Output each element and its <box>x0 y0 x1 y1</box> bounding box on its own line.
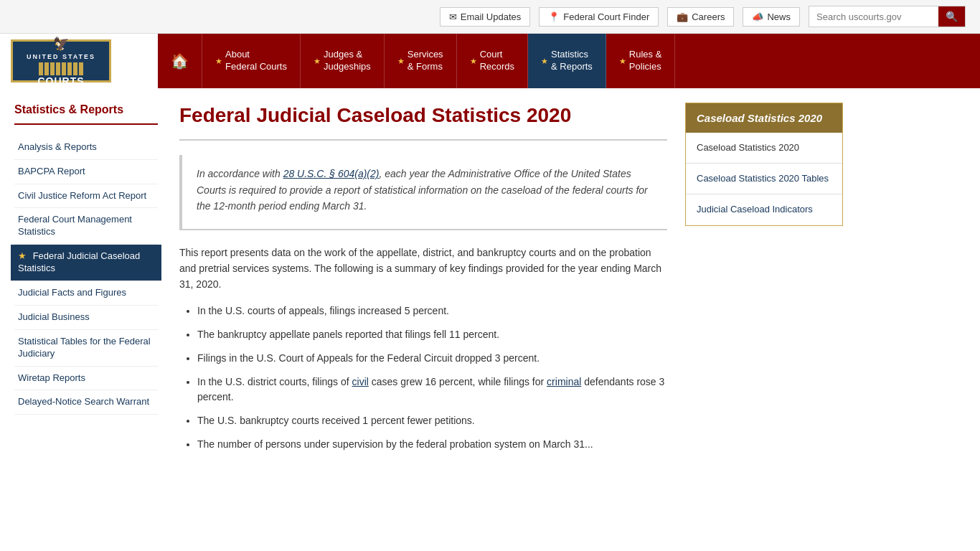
right-panel-item-caseload[interactable]: Caseload Statistics 2020 <box>686 133 842 164</box>
top-bar: ✉ Email Updates 📍 Federal Court Finder 💼… <box>0 0 980 34</box>
list-item: The bankruptcy appellate panels reported… <box>197 327 667 342</box>
nav-statistics[interactable]: ★ Statistics & Reports <box>528 34 606 88</box>
site-logo[interactable]: 🦅 UNITED STATES COURTS <box>11 39 111 83</box>
megaphone-icon: 📣 <box>752 11 763 22</box>
briefcase-icon: 💼 <box>677 11 688 22</box>
email-icon: ✉ <box>449 11 457 22</box>
usc-link[interactable]: 28 U.S.C. § 604(a)(2) <box>283 168 380 179</box>
sidebar-item-delayed-notice[interactable]: Delayed-Notice Search Warrant <box>14 390 158 415</box>
sidebar-item-federal-court-mgmt[interactable]: Federal Court Management Statistics <box>14 208 158 245</box>
sidebar-title: Statistics & Reports <box>14 103 158 125</box>
news-button[interactable]: 📣 News <box>743 7 800 27</box>
sidebar-item-federal-judicial[interactable]: ★ Federal Judicial Caseload Statistics <box>11 245 161 281</box>
nav-rules[interactable]: ★ Rules & Policies <box>606 34 676 88</box>
location-icon: 📍 <box>548 11 560 22</box>
quote-block: In accordance with 28 U.S.C. § 604(a)(2)… <box>179 155 667 230</box>
search-container: 🔍 <box>809 6 966 27</box>
nav-services[interactable]: ★ Services & Forms <box>385 34 457 88</box>
sidebar-item-judicial-facts[interactable]: Judicial Facts and Figures <box>14 281 158 306</box>
star-icon: ★ <box>215 56 222 66</box>
email-updates-button[interactable]: ✉ Email Updates <box>440 7 531 27</box>
main-nav: 🏠 ★ About Federal Courts ★ Judges & Judg… <box>158 34 980 88</box>
judicial-indicators-link[interactable]: Judicial Caseload Indicators <box>697 204 813 215</box>
federal-court-finder-button[interactable]: 📍 Federal Court Finder <box>539 7 659 27</box>
active-star-icon: ★ <box>18 250 29 261</box>
sidebar-item-judicial-business[interactable]: Judicial Business <box>14 306 158 330</box>
right-sidebar: Caseload Statistics 2020 Caseload Statis… <box>685 103 843 461</box>
sidebar-item-analysis[interactable]: Analysis & Reports <box>14 136 158 160</box>
sidebar: Statistics & Reports Analysis & Reports … <box>14 103 158 461</box>
nav-home-button[interactable]: 🏠 <box>158 34 202 88</box>
star-icon: ★ <box>470 56 477 66</box>
main-container: Statistics & Reports Analysis & Reports … <box>0 88 980 475</box>
search-input[interactable] <box>809 8 938 26</box>
star-icon: ★ <box>314 56 321 66</box>
star-icon: ★ <box>541 56 548 66</box>
right-panel: Caseload Statistics 2020 Caseload Statis… <box>685 103 843 226</box>
sidebar-item-statistical-tables[interactable]: Statistical Tables for the Federal Judic… <box>14 330 158 367</box>
right-panel-item-tables[interactable]: Caseload Statistics 2020 Tables <box>686 164 842 194</box>
right-panel-title: Caseload Statistics 2020 <box>686 103 842 133</box>
star-icon: ★ <box>619 56 626 66</box>
criminal-link[interactable]: criminal <box>547 376 581 387</box>
sidebar-item-civil-justice[interactable]: Civil Justice Reform Act Report <box>14 184 158 209</box>
careers-button[interactable]: 💼 Careers <box>667 7 734 27</box>
star-icon: ★ <box>397 56 405 66</box>
intro-paragraph: This report presents data on the work of… <box>179 245 667 293</box>
list-item: In the U.S. district courts, filings of … <box>197 375 667 405</box>
civil-link[interactable]: civil <box>352 376 369 387</box>
list-item: The number of persons under supervision … <box>197 437 667 452</box>
nav-court-records[interactable]: ★ Court Records <box>457 34 528 88</box>
list-item: In the U.S. courts of appeals, filings i… <box>197 303 667 319</box>
right-panel-item-indicators[interactable]: Judicial Caseload Indicators <box>686 194 842 225</box>
findings-list: In the U.S. courts of appeals, filings i… <box>179 303 667 452</box>
nav-judges[interactable]: ★ Judges & Judgeships <box>301 34 385 88</box>
main-content: Federal Judicial Caseload Statistics 202… <box>179 103 667 461</box>
page-title: Federal Judicial Caseload Statistics 202… <box>179 103 667 141</box>
list-item: Filings in the U.S. Court of Appeals for… <box>197 351 667 366</box>
caseload-tables-link[interactable]: Caseload Statistics 2020 Tables <box>697 173 829 184</box>
search-button[interactable]: 🔍 <box>938 6 965 27</box>
header: 🦅 UNITED STATES COURTS 🏠 ★ About Federal… <box>0 34 980 88</box>
sidebar-item-wiretap[interactable]: Wiretap Reports <box>14 367 158 391</box>
eagle-icon: 🦅 <box>53 36 70 52</box>
sidebar-item-bapcpa[interactable]: BAPCPA Report <box>14 160 158 184</box>
list-item: The U.S. bankruptcy courts received 1 pe… <box>197 413 667 428</box>
nav-about[interactable]: ★ About Federal Courts <box>202 34 301 88</box>
logo-area: 🦅 UNITED STATES COURTS <box>0 34 158 88</box>
